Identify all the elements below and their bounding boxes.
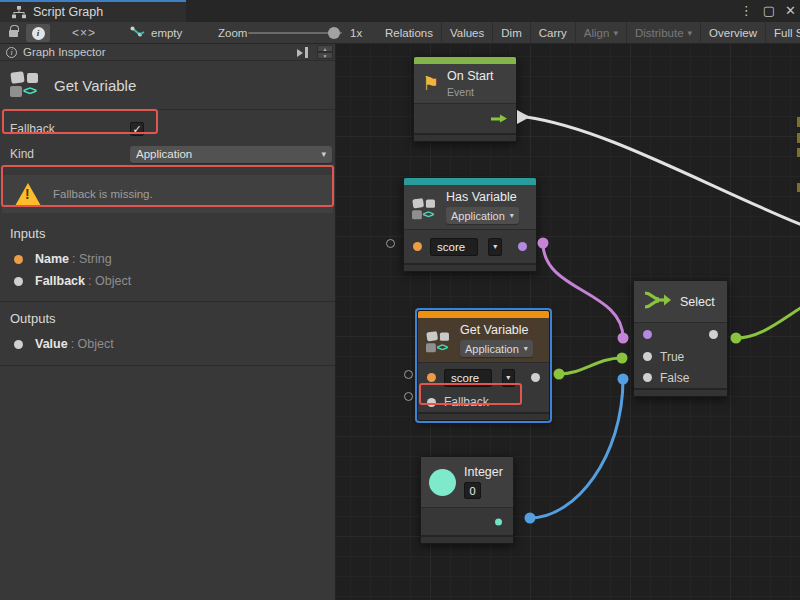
inspector-header: i Graph Inspector ▲ ▼ [0,44,335,61]
name-input-port[interactable] [413,242,422,251]
node-get-variable[interactable]: <> Get Variable Application▾ score ▾ Fal… [417,310,550,421]
close-icon[interactable]: ✕ [785,0,796,22]
flow-wire-white [526,117,800,225]
variables-icon: <> [426,331,447,349]
node-has-variable[interactable]: <> Has Variable Application▾ score ▾ [403,177,537,272]
chevron-down-icon: ▾ [524,344,528,353]
node-select[interactable]: Select True False [633,280,728,397]
port-dot-orange [14,255,23,264]
check-icon: ✓ [132,123,141,136]
relations-button[interactable]: Relations [377,22,441,44]
code-view-button[interactable]: <×> [62,22,106,44]
tab-script-graph[interactable]: Script Graph [0,0,186,22]
overview-button[interactable]: Overview [700,22,765,44]
name-input-port[interactable] [427,373,436,382]
flow-output-port[interactable] [491,114,507,123]
true-input-port[interactable] [643,352,652,361]
bool-output-port[interactable] [518,242,527,251]
variable-name-field[interactable]: score [444,369,492,387]
warning-box: Fallback is missing. [2,175,333,213]
scope-dropdown[interactable]: Application▾ [446,207,519,224]
inspector-title: Graph Inspector [23,46,105,58]
info-icon: i [32,27,45,40]
input-port-row: Fallback: Object [0,270,335,292]
dock-panel-icon[interactable] [297,47,311,58]
chevron-down-icon: ▾ [613,28,618,38]
selection-output-port[interactable] [709,330,718,339]
lock-button[interactable] [2,22,24,44]
graph-canvas[interactable]: ⚑ On Start Event <> Has Variable Applica… [336,44,800,600]
divider [0,365,335,366]
node-title: Select [680,295,715,309]
variables-icon: <> [412,198,433,216]
node-subtitle: Event [447,86,494,98]
dim-button[interactable]: Dim [492,22,529,44]
unit-title: Get Variable [54,77,136,94]
scroll-down-icon[interactable]: ▼ [317,52,333,59]
kind-property-row: Kind Application ▾ [0,143,335,165]
port-dot-gray [14,277,23,286]
graph-reference[interactable]: empty [130,22,182,44]
chevron-down-icon: ▾ [510,211,514,220]
chevron-down-icon: ▾ [688,28,693,38]
get-variable-color-bar [418,311,549,318]
flag-icon: ⚑ [422,74,439,93]
port-name: Fallback [35,274,85,288]
full-screen-button[interactable]: Full Screen [765,22,800,44]
variable-picker-button[interactable]: ▾ [488,238,502,256]
condition-input-port[interactable] [643,330,652,339]
node-footer [414,133,516,141]
distribute-button[interactable]: Distribute▾ [626,22,700,44]
false-input-port[interactable] [643,373,652,382]
false-port-label: False [660,371,689,385]
port-name: Name [35,252,69,266]
zoom-slider[interactable] [248,22,342,44]
unconnected-port-ring[interactable] [386,239,395,248]
graph-ref-label: empty [151,27,182,39]
scroll-up-icon[interactable]: ▲ [317,45,333,52]
warning-icon [15,183,41,206]
kind-dropdown[interactable]: Application ▾ [130,146,332,163]
window-menu-icon[interactable]: ⋮ [740,0,753,22]
fallback-checkbox[interactable]: ✓ [130,122,144,136]
zoom-slider-handle[interactable] [328,27,340,39]
port-type: : Object [71,337,114,351]
info-icon: i [6,47,17,58]
variables-color-bar [404,178,536,185]
zoom-value: 1x [350,22,362,44]
connection-wires [336,44,800,600]
port-type: : String [72,252,112,266]
fallback-input-port[interactable] [427,398,436,407]
unity-visual-scripting-window: Script Graph ⋮ ▢ ✕ i <×> empty Zoom 1x R… [0,0,800,600]
value-output-port[interactable] [531,373,540,382]
flow-wire-start-triangle [517,110,530,124]
unconnected-port-ring[interactable] [404,370,413,379]
integer-value-field[interactable]: 0 [464,482,481,499]
carry-button[interactable]: Carry [530,22,575,44]
unconnected-port-ring[interactable] [404,392,413,401]
fallback-port-label: Fallback [444,395,489,409]
panel-scrollbar[interactable]: ▲ ▼ [317,45,333,59]
variable-name-field[interactable]: score [430,238,478,256]
inputs-section-title: Inputs [0,217,335,248]
kind-label: Kind [10,147,130,161]
align-button[interactable]: Align▾ [575,22,626,44]
node-integer-literal[interactable]: Integer 0 [420,456,514,544]
node-footer [404,263,536,271]
zoom-slider-track[interactable] [248,32,342,34]
node-title: Integer [464,465,503,479]
chevron-down-icon: ▾ [321,149,326,159]
output-port-row: Value: Object [0,333,335,355]
node-on-start[interactable]: ⚑ On Start Event [413,56,517,142]
output-wire-green [736,307,800,338]
integer-output-port[interactable] [495,518,502,525]
inspector-toggle-button[interactable]: i [26,24,50,42]
scope-dropdown[interactable]: Application▾ [460,340,533,357]
variable-picker-button[interactable]: ▾ [502,369,515,387]
node-footer [634,388,727,396]
selected-unit-header: <> Get Variable [0,61,335,110]
condition-wire-purple [543,243,623,338]
script-graph-icon [12,6,26,19]
maximize-icon[interactable]: ▢ [763,0,775,22]
values-button[interactable]: Values [441,22,492,44]
